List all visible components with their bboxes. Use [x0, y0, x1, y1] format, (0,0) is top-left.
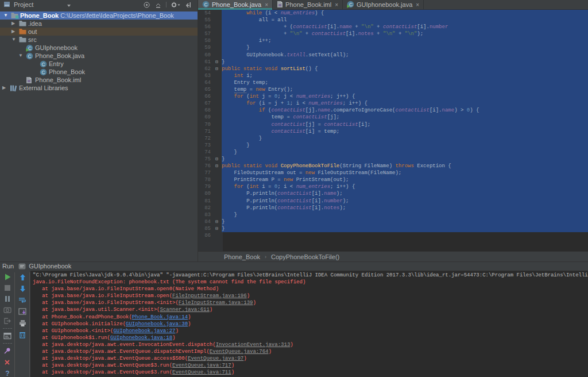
stacktrace-link[interactable]: GUIphonebook.java:18: [110, 335, 172, 341]
code-line-text[interactable]: }: [222, 156, 588, 163]
scroll-end-icon[interactable]: [18, 307, 27, 316]
collapse-all-icon[interactable]: [154, 1, 162, 9]
tree-item-external-libraries[interactable]: ▶External Libraries: [0, 84, 198, 92]
tab-guiphonebook-java[interactable]: CGUIphonebook.java×: [343, 0, 424, 9]
line-number[interactable]: 56: [198, 24, 212, 30]
tree-item-guiphonebook[interactable]: CGUIphonebook: [0, 44, 198, 52]
line-number[interactable]: 70: [198, 121, 212, 128]
fold-icon[interactable]: ⊟: [212, 218, 222, 225]
code-line-text[interactable]: all = all: [222, 17, 588, 24]
collapse-arrow-icon[interactable]: ▼: [18, 52, 23, 60]
close-icon[interactable]: ×: [265, 2, 268, 8]
code-line-text[interactable]: }: [222, 225, 588, 232]
settings-icon[interactable]: [171, 1, 180, 9]
line-number[interactable]: 84: [198, 218, 212, 225]
code-line-text[interactable]: temp = new Entry();: [222, 86, 588, 93]
code-editor[interactable]: 54 while (i < num_entries) {55 all = all…: [198, 10, 588, 251]
expand-arrow-icon[interactable]: ▶: [11, 20, 15, 28]
line-number[interactable]: 64: [198, 79, 212, 86]
rerun-icon[interactable]: [3, 272, 12, 281]
line-number[interactable]: 72: [198, 135, 212, 142]
collapse-arrow-icon[interactable]: ▼: [3, 11, 8, 20]
code-line-text[interactable]: P.println(contactList[i].name);: [222, 190, 588, 197]
tree-item-phone-book[interactable]: ▼Phone_Book C:\Users\fette\IdeaProjects\…: [0, 11, 198, 20]
line-number[interactable]: 61: [198, 59, 212, 66]
line-number[interactable]: 79: [198, 183, 212, 190]
tree-item-out[interactable]: ▶out: [0, 28, 198, 36]
exit-icon[interactable]: [3, 317, 12, 325]
tree-item--idea[interactable]: ▶.idea: [0, 20, 198, 28]
line-number[interactable]: 57: [198, 30, 212, 37]
code-line-text[interactable]: }: [222, 44, 588, 51]
line-number[interactable]: 76: [198, 163, 212, 170]
close-icon[interactable]: [3, 358, 12, 367]
pause-icon[interactable]: [3, 294, 12, 303]
run-console-output[interactable]: "C:\Program Files\Java\jdk-9.0.4\bin\jav…: [30, 271, 588, 377]
line-number[interactable]: 86: [198, 232, 212, 239]
code-line-text[interactable]: public static void CopyPhoneBookToFile(S…: [222, 163, 588, 170]
arrow-down-icon[interactable]: [18, 284, 27, 293]
breadcrumb-item[interactable]: Phone_Book: [224, 253, 260, 260]
line-number[interactable]: 66: [198, 93, 212, 100]
line-number[interactable]: 58: [198, 37, 212, 44]
expand-arrow-icon[interactable]: ▶: [11, 28, 15, 36]
line-number[interactable]: 83: [198, 211, 212, 218]
code-line-text[interactable]: PrintStream P = new PrintStream(out);: [222, 176, 588, 183]
code-line-text[interactable]: contactList[j] = contactList[i];: [222, 121, 588, 128]
fold-icon[interactable]: ⊟: [212, 66, 222, 72]
code-line-text[interactable]: P.println(contactList[i].notes);: [222, 205, 588, 211]
expand-arrow-icon[interactable]: ▶: [2, 84, 6, 92]
fold-icon[interactable]: ⊟: [212, 59, 222, 66]
pin-icon[interactable]: [3, 347, 12, 355]
console-view-icon[interactable]: [3, 332, 12, 340]
line-number[interactable]: 77: [198, 170, 212, 176]
line-number[interactable]: 68: [198, 107, 212, 114]
code-line-text[interactable]: int i;: [222, 72, 588, 79]
code-line-text[interactable]: GUIphonebook.txtAll.setText(all);: [222, 52, 588, 59]
run-tab-guiphonebook[interactable]: GUIphonebook: [17, 261, 71, 271]
code-line-text[interactable]: if (contactList[j].name.compareToIgnoreC…: [222, 107, 588, 114]
code-line-text[interactable]: contactList[i] = temp;: [222, 128, 588, 135]
fold-icon[interactable]: ⊟: [212, 156, 222, 163]
arrow-up-icon[interactable]: [18, 272, 27, 282]
line-number[interactable]: 60: [198, 52, 212, 59]
line-number[interactable]: 54: [198, 10, 212, 17]
line-number[interactable]: 62: [198, 66, 212, 72]
stop-icon[interactable]: [3, 283, 12, 292]
line-number[interactable]: 78: [198, 176, 212, 183]
locate-icon[interactable]: [143, 1, 150, 9]
line-number[interactable]: 81: [198, 198, 212, 205]
code-line-text[interactable]: }: [222, 149, 588, 156]
tab-phone-book-java[interactable]: CPhone_Book.java×: [198, 0, 273, 9]
stacktrace-link[interactable]: GUIphonebook.java:27: [113, 328, 175, 334]
line-number[interactable]: 67: [198, 100, 212, 107]
stacktrace-link[interactable]: EventQueue.java:764: [210, 349, 269, 355]
stacktrace-link[interactable]: FileInputStream.java:139: [179, 300, 253, 306]
line-number[interactable]: 74: [198, 149, 212, 156]
line-number[interactable]: 71: [198, 128, 212, 135]
breadcrumb-item[interactable]: CopyPhoneBookToFile(): [271, 253, 339, 260]
stacktrace-link[interactable]: FileInputStream.java:196: [172, 293, 247, 299]
line-number[interactable]: 65: [198, 86, 212, 93]
tree-item-phone-book-java[interactable]: ▼CPhone_Book.java: [0, 52, 198, 60]
code-line-text[interactable]: while (i < num_entries) {: [222, 10, 588, 17]
code-line-text[interactable]: }: [222, 142, 588, 149]
line-number[interactable]: 85: [198, 225, 212, 232]
line-number[interactable]: 59: [198, 44, 212, 51]
line-number[interactable]: 75: [198, 156, 212, 163]
line-number[interactable]: 55: [198, 17, 212, 24]
code-line-text[interactable]: }: [222, 211, 588, 218]
camera-icon[interactable]: [3, 306, 12, 314]
code-line-text[interactable]: i++;: [222, 37, 588, 44]
code-line-text[interactable]: for (int j = 0; j < num_entries; j++) {: [222, 93, 588, 100]
code-line-text[interactable]: P.println(contactList[i].number);: [222, 198, 588, 205]
collapse-arrow-icon[interactable]: ▼: [11, 36, 16, 44]
line-number[interactable]: 63: [198, 72, 212, 79]
trash-icon[interactable]: [18, 330, 27, 339]
code-line-text[interactable]: for (i = j + 1; i < num_entries; i++) {: [222, 100, 588, 107]
code-line-text[interactable]: public static void sortList() {: [222, 66, 588, 72]
code-line-text[interactable]: FileOutputStream out = new FileOutputStr…: [222, 170, 588, 176]
fold-icon[interactable]: ⊟: [212, 163, 222, 170]
hide-icon[interactable]: [184, 1, 192, 9]
tree-item-phone-book[interactable]: CPhone_Book: [0, 68, 198, 76]
